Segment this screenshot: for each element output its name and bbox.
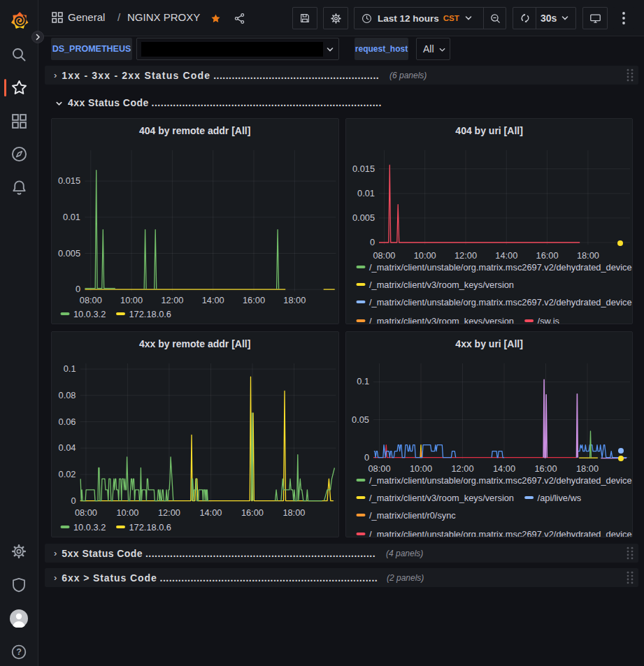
svg-text:16:00: 16:00 [534,463,557,474]
svg-text:10.0.3.2: 10.0.3.2 [73,309,106,319]
svg-text:/sw.js: /sw.js [538,316,559,325]
svg-text:10:00: 10:00 [414,250,436,261]
svg-text:18:00: 18:00 [577,250,599,261]
svg-text:08:00: 08:00 [79,295,101,305]
svg-text:0: 0 [71,495,76,505]
svg-text:0: 0 [364,451,369,462]
svg-text:08:00: 08:00 [368,463,390,474]
svg-text:172.18.0.6: 172.18.0.6 [129,309,171,319]
svg-text:/_matrix/client/v3/room_keys/v: /_matrix/client/v3/room_keys/version [369,280,514,290]
svg-text:/_matrix/client/unstable/org.m: /_matrix/client/unstable/org.matrix.msc2… [369,475,632,485]
svg-text:/_matrix/client/unstable/org.m: /_matrix/client/unstable/org.matrix.msc2… [369,528,632,537]
svg-text:0.08: 0.08 [58,389,76,400]
svg-text:18:00: 18:00 [576,463,599,474]
svg-text:10.0.3.2: 10.0.3.2 [73,521,106,532]
svg-text:0.02: 0.02 [58,468,76,479]
svg-text:/_matrix/client/unstable/org.m: /_matrix/client/unstable/org.matrix.msc2… [369,297,632,307]
svg-text:12:00: 12:00 [161,295,183,305]
svg-text:10:00: 10:00 [410,463,432,474]
svg-text:0.06: 0.06 [58,416,76,426]
svg-text:0.01: 0.01 [357,188,375,198]
svg-text:0.005: 0.005 [352,212,375,223]
svg-text:18:00: 18:00 [283,295,306,305]
svg-text:10:00: 10:00 [120,295,143,305]
svg-text:14:00: 14:00 [493,463,515,474]
svg-text:0.015: 0.015 [58,175,80,186]
svg-text:14:00: 14:00 [201,295,224,305]
svg-text:12:00: 12:00 [455,250,477,261]
svg-text:0.005: 0.005 [58,248,80,259]
svg-text:16:00: 16:00 [536,250,559,261]
svg-text:12:00: 12:00 [451,463,473,474]
svg-text:/_matrix/client/unstable/org.m: /_matrix/client/unstable/org.matrix.msc2… [369,262,632,273]
svg-text:12:00: 12:00 [157,507,180,518]
svg-text:0.1: 0.1 [357,376,369,386]
svg-text:/_matrix/client/v3/room_keys/v: /_matrix/client/v3/room_keys/version [369,492,514,502]
svg-text:0: 0 [75,284,80,294]
svg-text:18:00: 18:00 [282,507,305,518]
svg-text:/_matrix/client/r0/sync: /_matrix/client/r0/sync [369,509,456,520]
svg-text:/api/live/ws: /api/live/ws [538,492,582,502]
svg-text:08:00: 08:00 [373,250,395,261]
svg-text:16:00: 16:00 [241,507,263,518]
svg-text:?: ? [16,647,22,657]
svg-text:0.05: 0.05 [352,414,369,424]
svg-text:10:00: 10:00 [116,507,138,518]
svg-text:/_matrix/client/v3/room_keys/v: /_matrix/client/v3/room_keys/version [369,316,514,325]
svg-text:0.01: 0.01 [63,212,80,222]
svg-text:0.015: 0.015 [352,164,375,174]
svg-text:172.18.0.6: 172.18.0.6 [129,521,171,532]
svg-text:14:00: 14:00 [199,507,222,518]
svg-text:08:00: 08:00 [74,507,96,518]
svg-text:14:00: 14:00 [495,250,517,261]
svg-text:0.1: 0.1 [63,363,76,374]
svg-text:16:00: 16:00 [243,295,265,305]
svg-text:0: 0 [370,237,375,247]
svg-text:0.04: 0.04 [58,442,76,453]
